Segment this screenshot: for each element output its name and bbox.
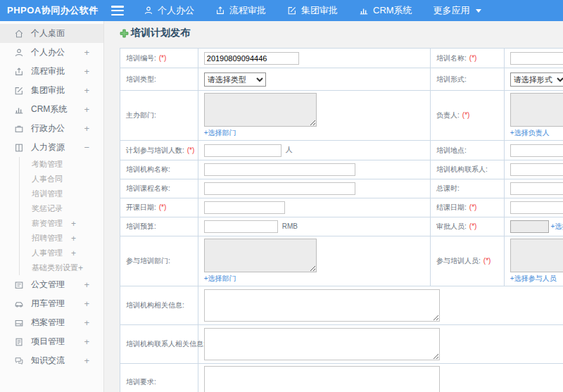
sidebar: 个人桌面 个人办公 + 流程审批 + 集团审批 + CRM系统 + — [0, 21, 104, 392]
expand-plus-icon[interactable]: + — [84, 85, 89, 96]
submenu-item-reward-punishment[interactable]: 奖惩记录 — [20, 201, 103, 216]
table-row: 培训机构联系人相关信息: — [120, 325, 563, 364]
sidebar-item-group-approval[interactable]: 集团审批 + — [0, 81, 103, 100]
table-row: 培训课程名称: 总课时: — [120, 179, 563, 198]
user-icon — [144, 6, 153, 15]
approver-input[interactable] — [510, 220, 549, 233]
caret-down-icon — [476, 9, 481, 13]
select-department-link[interactable]: +选择部门 — [204, 274, 236, 282]
budget-input[interactable] — [204, 220, 278, 233]
expand-plus-icon[interactable]: + — [71, 248, 76, 258]
training-org-name-input[interactable] — [204, 163, 355, 176]
end-date-input[interactable] — [510, 201, 563, 214]
planned-participants-input[interactable] — [204, 144, 282, 157]
participating-people-textarea[interactable] — [510, 239, 563, 272]
field-label: 培训类型: — [126, 75, 156, 83]
expand-plus-icon[interactable]: + — [84, 123, 89, 134]
page-title: 培训计划发布 — [120, 27, 563, 39]
expand-plus-icon[interactable]: + — [84, 298, 89, 309]
topnav-more-apps[interactable]: 更多应用 — [434, 4, 481, 17]
expand-plus-icon[interactable]: + — [84, 336, 89, 347]
sidebar-item-archive-management[interactable]: 档案管理 + — [0, 313, 103, 332]
expand-plus-icon[interactable]: + — [84, 66, 89, 77]
expand-plus-icon[interactable]: + — [84, 279, 89, 290]
edit-icon — [287, 6, 297, 15]
bar-chart-icon — [359, 6, 369, 15]
expand-plus-icon[interactable]: + — [71, 219, 76, 229]
training-number-input[interactable] — [204, 52, 299, 65]
training-location-input[interactable] — [510, 144, 563, 157]
submenu-item-recruitment-management[interactable]: 招聘管理+ — [20, 231, 103, 246]
sidebar-item-human-resources[interactable]: 人力资源 − — [0, 138, 103, 157]
field-label: 培训课程名称: — [126, 184, 170, 192]
select-leader-link[interactable]: +选择负责人 — [510, 129, 550, 137]
field-label: 培训机构名称: — [126, 165, 170, 173]
training-type-select[interactable]: 请选择类型 — [204, 72, 266, 87]
field-label: 培训机构相关信息: — [126, 301, 184, 309]
select-department-link[interactable]: +选择部门 — [204, 129, 236, 137]
field-label: 培训名称: — [436, 54, 467, 62]
submenu-item-personnel-contract[interactable]: 人事合同 — [20, 172, 103, 186]
sidebar-item-official-document[interactable]: 公文管理 + — [0, 275, 103, 294]
required-mark: (*) — [462, 111, 470, 119]
org-info-textarea[interactable] — [204, 289, 440, 322]
topnav-workflow-approval[interactable]: 流程审批 — [215, 4, 266, 17]
clipboard-icon — [14, 337, 24, 347]
sidebar-item-project-management[interactable]: 项目管理 + — [0, 332, 103, 351]
briefcase-icon — [14, 124, 24, 134]
expand-plus-icon[interactable]: + — [84, 317, 89, 328]
training-org-contact-input[interactable] — [510, 163, 563, 176]
field-label: 培训地点: — [436, 146, 467, 154]
expand-plus-icon[interactable]: + — [84, 104, 89, 115]
training-course-name-input[interactable] — [204, 182, 355, 195]
start-date-input[interactable] — [204, 201, 285, 214]
participating-department-textarea[interactable] — [204, 239, 317, 272]
expand-plus-icon[interactable]: + — [71, 234, 76, 244]
topnav-personal-office[interactable]: 个人办公 — [144, 4, 194, 17]
training-mode-select[interactable]: 请选择形式 — [510, 72, 563, 87]
field-label: 结课日期: — [436, 203, 467, 211]
leader-textarea[interactable] — [510, 93, 563, 127]
sidebar-item-personal-desktop[interactable]: 个人桌面 — [0, 24, 103, 43]
training-name-input[interactable] — [510, 52, 563, 65]
select-participants-link[interactable]: +选择参与人员 — [510, 274, 557, 282]
org-contact-info-textarea[interactable] — [204, 328, 440, 360]
submenu-item-personnel-management[interactable]: 人事管理+ — [20, 246, 103, 260]
collapse-minus-icon[interactable]: − — [84, 142, 89, 153]
required-mark: (*) — [469, 203, 477, 211]
expand-plus-icon[interactable]: + — [84, 47, 89, 58]
book-icon — [14, 143, 24, 153]
expand-plus-icon[interactable]: + — [78, 263, 83, 273]
submenu-item-training-management[interactable]: 培训管理 — [20, 186, 103, 201]
submenu-item-attendance-management[interactable]: 考勤管理 — [20, 157, 103, 172]
submenu-item-salary-management[interactable]: 薪资管理+ — [20, 216, 103, 231]
required-mark: (*) — [159, 54, 167, 62]
table-row: 培训类型: 请选择类型 培训形式: 请选择形式 — [120, 68, 563, 91]
sidebar-item-workflow-approval[interactable]: 流程审批 + — [0, 62, 103, 81]
topnav-crm-system[interactable]: CRM系统 — [359, 4, 412, 17]
select-approver-link[interactable]: +选择审批人员 — [551, 222, 563, 230]
car-icon — [14, 299, 24, 309]
sidebar-item-personal-office[interactable]: 个人办公 + — [0, 43, 103, 62]
unit-label: RMB — [282, 222, 298, 230]
table-row: 参与培训部门: +选择部门 参与培训人员:(*) +选择参与人员 — [120, 236, 563, 286]
edit-icon — [14, 86, 24, 96]
training-requirement-textarea[interactable] — [204, 366, 440, 392]
submenu-item-base-category-settings[interactable]: 基础类别设置+ — [20, 260, 103, 275]
sidebar-item-crm-system[interactable]: CRM系统 + — [0, 100, 103, 119]
top-nav: 个人办公 流程审批 集团审批 CRM系统 更多应用 — [144, 4, 502, 17]
host-department-textarea[interactable] — [204, 93, 317, 127]
total-hours-input[interactable] — [510, 182, 563, 195]
topnav-group-approval[interactable]: 集团审批 — [287, 4, 338, 17]
required-mark: (*) — [469, 54, 477, 62]
field-label: 开课日期: — [126, 203, 156, 211]
field-label: 培训形式: — [436, 75, 467, 83]
sidebar-item-knowledge-exchange[interactable]: 知识交流 + — [0, 351, 103, 370]
sidebar-item-vehicle-management[interactable]: 用车管理 + — [0, 294, 103, 313]
expand-plus-icon[interactable]: + — [84, 355, 89, 366]
hamburger-menu-icon[interactable] — [111, 6, 124, 15]
table-row: 培训要求: — [120, 364, 563, 392]
bar-chart-icon — [14, 105, 24, 115]
sidebar-item-admin-office[interactable]: 行政办公 + — [0, 119, 103, 138]
upload-icon — [14, 67, 24, 77]
